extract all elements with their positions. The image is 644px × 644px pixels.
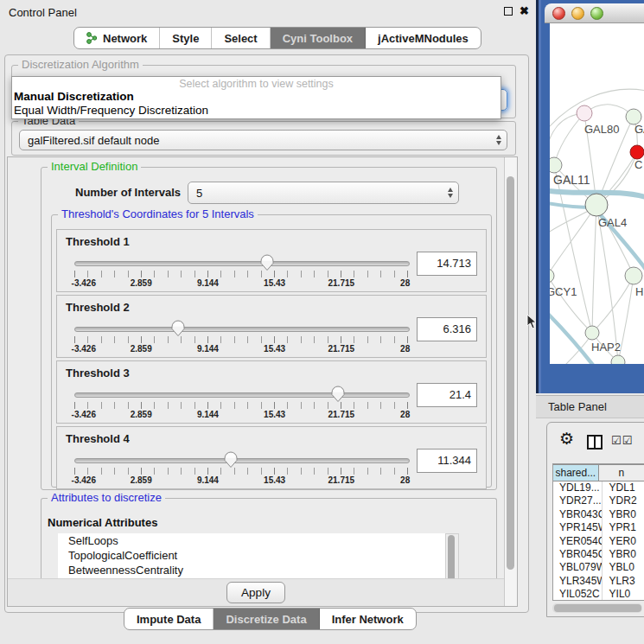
threshold-slider[interactable]: -3.4262.8599.14415.4321.71528 [74,387,408,420]
network-node[interactable] [585,194,608,216]
network-node[interactable] [550,157,562,173]
table-cell[interactable]: YBL079W [553,561,603,574]
tab-infer-network[interactable]: Infer Network [320,609,416,629]
close-icon[interactable]: ✖ [520,6,529,16]
scrollbar-thumb[interactable] [554,604,641,612]
attribute-item[interactable]: TopologicalCoefficient [58,548,445,563]
threshold-slider[interactable]: -3.4262.8599.14415.4321.71528 [74,453,408,486]
tab-label: jActiveMNodules [378,32,469,45]
network-edge [550,205,596,276]
table-cell[interactable]: YPR1 [603,521,644,534]
column-header-shared[interactable]: shared... [553,464,599,481]
tick-label: 28 [400,475,410,485]
tick-label: 21.715 [328,278,355,288]
table-cell[interactable]: YLR3 [603,575,644,588]
bottom-tab-bar: Impute Data Discretize Data Infer Networ… [124,608,417,630]
table-cell[interactable]: YBR043C [553,508,603,521]
slider-thumb[interactable] [170,320,186,337]
slider-track[interactable] [74,327,410,332]
table-row[interactable]: YER054CYER0 [553,535,644,548]
apply-button[interactable]: Apply [226,582,285,603]
table-cell[interactable]: YBL0 [603,561,644,574]
tab-network[interactable]: Network [74,28,160,48]
network-edge [550,309,609,364]
tab-style[interactable]: Style [160,28,212,48]
close-traffic-light-icon[interactable] [552,7,565,20]
tab-impute-data[interactable]: Impute Data [124,609,214,629]
slider-tick-labels: -3.4262.8599.14415.4321.71528 [74,475,408,486]
table-cell[interactable]: YDL1 [603,481,644,494]
node-label: GAL4 [598,216,627,229]
table-row[interactable]: YDL19...YDL1 [553,481,644,494]
minimize-traffic-light-icon[interactable] [571,7,584,20]
algorithm-option-manual[interactable]: Manual Discretization [12,90,501,104]
network-node[interactable] [550,269,554,283]
table-row[interactable]: YBL079WYBL0 [553,561,644,574]
column-header-name[interactable]: n [599,464,644,481]
node-label: HAP2 [591,341,621,354]
number-of-intervals-label: Number of Intervals [75,186,181,199]
table-cell[interactable]: YBR045C [553,548,603,561]
column-layout-icon[interactable] [587,435,603,450]
tick-label: 9.144 [197,475,219,485]
slider-track[interactable] [74,261,410,266]
threshold-value-field[interactable]: 21.4 [417,383,477,407]
network-node[interactable] [577,105,592,121]
panel-title: Control Panel [9,6,77,19]
table-row[interactable]: YPR145WYPR1 [553,521,644,534]
attribute-item[interactable]: SelfLoops [58,533,445,548]
table-cell[interactable]: YBR0 [603,508,644,521]
table-cell[interactable]: YPR145W [553,521,603,534]
slider-track[interactable] [74,392,410,398]
table-cell[interactable]: YDR2 [603,494,644,507]
table-cell[interactable]: YLR345W [553,575,603,588]
table-horizontal-scrollbar[interactable] [552,603,642,613]
network-edge [554,113,584,165]
table-cell[interactable]: YDR27... [553,494,603,507]
tick-label: 28 [400,410,410,419]
scrollbar-thumb[interactable] [507,176,514,570]
number-of-intervals-combo[interactable]: 5 [188,182,459,204]
table-cell[interactable]: YBR0 [603,548,644,561]
slider-thumb[interactable] [223,451,239,469]
threshold-value-field[interactable]: 6.316 [417,317,477,341]
threshold-value-field[interactable]: 11.344 [417,449,477,473]
network-node[interactable] [611,355,625,364]
algorithm-dropdown-popup: Select algorithm to view settings Manual… [11,76,501,119]
algorithm-option-equal-width[interactable]: Equal Width/Frequency Discretization [12,104,501,118]
checkbox-icons[interactable]: ☑☑ [611,434,633,447]
tick-label: -3.426 [72,344,96,354]
threshold-slider[interactable]: -3.4262.8599.14415.4321.71528 [74,256,408,289]
table-row[interactable]: YDR27...YDR2 [553,494,644,507]
zoom-traffic-light-icon[interactable] [590,7,603,20]
attribute-item[interactable]: BetweennessCentrality [58,563,445,577]
threshold-value-field[interactable]: 14.713 [417,252,477,276]
slider-thumb[interactable] [330,386,346,403]
tab-discretize-data[interactable]: Discretize Data [214,609,319,629]
network-node[interactable] [585,326,599,340]
tab-jactivemnodules[interactable]: jActiveMNodules [366,28,481,48]
network-view-canvas[interactable]: GAL80GACGAL11GAL4GCY1HHAP2 [550,23,644,364]
table-cell[interactable]: YDL19... [553,481,603,494]
table-row[interactable]: YLR345WYLR3 [553,575,644,588]
threshold-slider[interactable]: -3.4262.8599.14415.4321.71528 [74,322,408,354]
table-cell[interactable]: YER0 [603,535,644,548]
tab-select[interactable]: Select [212,28,270,48]
table-row[interactable]: YBR045CYBR0 [553,548,644,561]
float-window-icon[interactable] [504,7,513,16]
network-node[interactable] [630,145,644,159]
table-cell[interactable]: YER054C [553,535,603,548]
table-cell[interactable]: YIL052C [553,588,603,601]
tab-label: Cyni Toolbox [283,32,353,45]
table-row[interactable]: YIL052CYIL0 [553,588,644,601]
slider-thumb[interactable] [259,254,275,271]
slider-track[interactable] [74,458,410,463]
settings-scrollbar[interactable] [504,157,517,606]
gear-icon[interactable]: ⚙ [559,430,574,449]
table-row[interactable]: YBR043CYBR0 [553,508,644,521]
tab-cyni-toolbox[interactable]: Cyni Toolbox [271,28,366,48]
network-window-titlebar[interactable] [545,3,644,23]
table-cell[interactable]: YIL0 [603,588,644,601]
network-node[interactable] [625,267,642,284]
table-data-combo[interactable]: galFiltered.sif default node [19,130,507,150]
